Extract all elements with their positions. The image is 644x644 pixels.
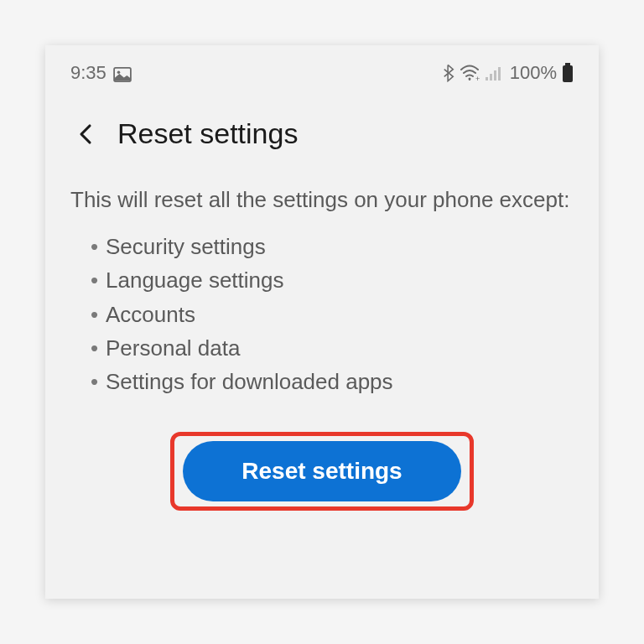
status-time: 9:35 xyxy=(70,62,106,84)
button-wrapper: Reset settings xyxy=(70,432,574,511)
status-bar: 9:35 + xyxy=(45,45,599,92)
annotation-highlight: Reset settings xyxy=(170,432,473,511)
list-item: Settings for downloaded apps xyxy=(91,365,574,398)
signal-icon xyxy=(485,65,505,81)
page-header: Reset settings xyxy=(45,92,599,167)
content-area: This will reset all the settings on your… xyxy=(45,167,599,527)
battery-percent: 100% xyxy=(510,62,557,84)
svg-text:+: + xyxy=(475,75,480,81)
reset-settings-button[interactable]: Reset settings xyxy=(183,441,460,501)
description-text: This will reset all the settings on your… xyxy=(70,184,574,216)
page-title: Reset settings xyxy=(117,117,298,150)
svg-rect-5 xyxy=(490,74,492,80)
svg-rect-9 xyxy=(563,65,573,82)
list-item: Personal data xyxy=(91,331,574,365)
svg-point-1 xyxy=(117,71,121,75)
svg-point-2 xyxy=(468,78,470,80)
list-item: Security settings xyxy=(91,230,574,263)
svg-rect-7 xyxy=(498,67,501,80)
phone-screen: 9:35 + xyxy=(45,45,599,599)
status-bar-right: + 100% xyxy=(443,62,574,84)
image-notification-icon xyxy=(113,65,132,80)
exception-list: Security settings Language settings Acco… xyxy=(70,230,574,398)
wifi-icon: + xyxy=(460,65,480,81)
list-item: Accounts xyxy=(91,298,574,331)
bluetooth-icon xyxy=(443,64,454,82)
status-bar-left: 9:35 xyxy=(70,62,132,84)
battery-icon xyxy=(562,63,574,83)
svg-rect-4 xyxy=(486,77,488,80)
svg-rect-8 xyxy=(565,63,570,65)
back-button[interactable] xyxy=(70,119,101,149)
list-item: Language settings xyxy=(91,263,574,297)
svg-rect-6 xyxy=(494,70,496,80)
